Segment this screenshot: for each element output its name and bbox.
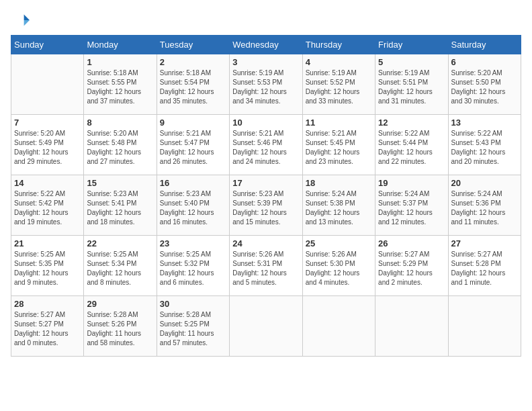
day-number: 5 (378, 57, 445, 67)
day-number: 15 (87, 178, 153, 188)
header-wednesday: Wednesday (230, 36, 302, 54)
calendar-header-row: SundayMondayTuesdayWednesdayThursdayFrid… (11, 36, 521, 54)
day-cell: 5Sunrise: 5:19 AMSunset: 5:51 PMDaylight… (375, 54, 448, 115)
header-saturday: Saturday (448, 36, 521, 54)
day-cell (375, 296, 448, 357)
day-info: Sunrise: 5:18 AMSunset: 5:54 PMDaylight:… (160, 68, 226, 106)
day-info: Sunrise: 5:27 AMSunset: 5:29 PMDaylight:… (378, 250, 445, 287)
day-number: 4 (306, 57, 372, 67)
day-number: 10 (232, 118, 299, 128)
day-number: 7 (14, 118, 81, 128)
day-number: 25 (306, 238, 372, 248)
day-info: Sunrise: 5:23 AMSunset: 5:41 PMDaylight:… (87, 189, 153, 227)
day-info: Sunrise: 5:26 AMSunset: 5:30 PMDaylight:… (306, 250, 372, 287)
day-info: Sunrise: 5:25 AMSunset: 5:35 PMDaylight:… (14, 250, 81, 287)
logo-icon (11, 11, 30, 30)
day-cell: 18Sunrise: 5:24 AMSunset: 5:38 PMDayligh… (302, 175, 375, 236)
day-cell: 21Sunrise: 5:25 AMSunset: 5:35 PMDayligh… (11, 236, 84, 296)
day-cell: 6Sunrise: 5:20 AMSunset: 5:50 PMDaylight… (448, 54, 521, 115)
day-cell: 7Sunrise: 5:20 AMSunset: 5:49 PMDaylight… (11, 115, 84, 175)
day-info: Sunrise: 5:20 AMSunset: 5:48 PMDaylight:… (87, 129, 153, 167)
day-number: 27 (451, 238, 518, 248)
day-number: 13 (451, 118, 518, 128)
day-cell: 25Sunrise: 5:26 AMSunset: 5:30 PMDayligh… (302, 236, 375, 296)
day-info: Sunrise: 5:20 AMSunset: 5:49 PMDaylight:… (14, 129, 81, 167)
day-number: 21 (14, 238, 81, 248)
page-header (11, 11, 521, 30)
week-row-3: 14Sunrise: 5:22 AMSunset: 5:42 PMDayligh… (11, 175, 521, 236)
day-info: Sunrise: 5:22 AMSunset: 5:43 PMDaylight:… (451, 129, 518, 167)
day-cell: 17Sunrise: 5:23 AMSunset: 5:39 PMDayligh… (230, 175, 302, 236)
day-info: Sunrise: 5:25 AMSunset: 5:34 PMDaylight:… (87, 250, 153, 287)
day-cell: 8Sunrise: 5:20 AMSunset: 5:48 PMDaylight… (84, 115, 157, 175)
day-cell: 28Sunrise: 5:27 AMSunset: 5:27 PMDayligh… (11, 296, 84, 357)
day-info: Sunrise: 5:28 AMSunset: 5:26 PMDaylight:… (87, 310, 153, 348)
day-info: Sunrise: 5:19 AMSunset: 5:53 PMDaylight:… (232, 68, 299, 106)
day-number: 3 (232, 57, 299, 67)
day-cell: 12Sunrise: 5:22 AMSunset: 5:44 PMDayligh… (375, 115, 448, 175)
day-cell: 20Sunrise: 5:24 AMSunset: 5:36 PMDayligh… (448, 175, 521, 236)
day-number: 8 (87, 118, 153, 128)
day-number: 17 (232, 178, 299, 188)
day-number: 14 (14, 178, 81, 188)
day-cell: 14Sunrise: 5:22 AMSunset: 5:42 PMDayligh… (11, 175, 84, 236)
day-number: 12 (378, 118, 445, 128)
day-cell: 27Sunrise: 5:27 AMSunset: 5:28 PMDayligh… (448, 236, 521, 296)
day-number: 22 (87, 238, 153, 248)
day-cell: 2Sunrise: 5:18 AMSunset: 5:54 PMDaylight… (157, 54, 229, 115)
header-sunday: Sunday (11, 36, 84, 54)
day-cell: 11Sunrise: 5:21 AMSunset: 5:45 PMDayligh… (302, 115, 375, 175)
day-number: 20 (451, 178, 518, 188)
day-number: 19 (378, 178, 445, 188)
day-cell: 26Sunrise: 5:27 AMSunset: 5:29 PMDayligh… (375, 236, 448, 296)
day-number: 18 (306, 178, 372, 188)
day-cell: 3Sunrise: 5:19 AMSunset: 5:53 PMDaylight… (230, 54, 302, 115)
day-cell: 10Sunrise: 5:21 AMSunset: 5:46 PMDayligh… (230, 115, 302, 175)
day-info: Sunrise: 5:25 AMSunset: 5:32 PMDaylight:… (160, 250, 226, 287)
day-number: 26 (378, 238, 445, 248)
header-tuesday: Tuesday (157, 36, 229, 54)
day-cell: 22Sunrise: 5:25 AMSunset: 5:34 PMDayligh… (84, 236, 157, 296)
day-cell: 9Sunrise: 5:21 AMSunset: 5:47 PMDaylight… (157, 115, 229, 175)
day-info: Sunrise: 5:21 AMSunset: 5:46 PMDaylight:… (232, 129, 299, 167)
svg-marker-0 (24, 15, 30, 20)
day-info: Sunrise: 5:26 AMSunset: 5:31 PMDaylight:… (232, 250, 299, 287)
day-info: Sunrise: 5:24 AMSunset: 5:38 PMDaylight:… (306, 189, 372, 227)
day-number: 6 (451, 57, 518, 67)
day-cell: 1Sunrise: 5:18 AMSunset: 5:55 PMDaylight… (84, 54, 157, 115)
day-info: Sunrise: 5:21 AMSunset: 5:47 PMDaylight:… (160, 129, 226, 167)
day-cell (11, 54, 84, 115)
week-row-2: 7Sunrise: 5:20 AMSunset: 5:49 PMDaylight… (11, 115, 521, 175)
day-cell: 15Sunrise: 5:23 AMSunset: 5:41 PMDayligh… (84, 175, 157, 236)
calendar-table: SundayMondayTuesdayWednesdayThursdayFrid… (11, 35, 521, 357)
day-number: 23 (160, 238, 226, 248)
day-info: Sunrise: 5:22 AMSunset: 5:44 PMDaylight:… (378, 129, 445, 167)
day-cell (448, 296, 521, 357)
day-cell: 16Sunrise: 5:23 AMSunset: 5:40 PMDayligh… (157, 175, 229, 236)
day-info: Sunrise: 5:23 AMSunset: 5:39 PMDaylight:… (232, 189, 299, 227)
day-number: 29 (87, 299, 153, 309)
day-info: Sunrise: 5:24 AMSunset: 5:37 PMDaylight:… (378, 189, 445, 227)
day-info: Sunrise: 5:18 AMSunset: 5:55 PMDaylight:… (87, 68, 153, 106)
day-info: Sunrise: 5:23 AMSunset: 5:40 PMDaylight:… (160, 189, 226, 227)
day-info: Sunrise: 5:19 AMSunset: 5:52 PMDaylight:… (306, 68, 372, 106)
svg-marker-1 (24, 20, 30, 26)
day-info: Sunrise: 5:20 AMSunset: 5:50 PMDaylight:… (451, 68, 518, 106)
day-number: 30 (160, 299, 226, 309)
logo (11, 11, 32, 30)
day-cell: 29Sunrise: 5:28 AMSunset: 5:26 PMDayligh… (84, 296, 157, 357)
week-row-1: 1Sunrise: 5:18 AMSunset: 5:55 PMDaylight… (11, 54, 521, 115)
day-number: 11 (306, 118, 372, 128)
day-cell (302, 296, 375, 357)
day-cell: 4Sunrise: 5:19 AMSunset: 5:52 PMDaylight… (302, 54, 375, 115)
header-monday: Monday (84, 36, 157, 54)
day-number: 24 (232, 238, 299, 248)
day-info: Sunrise: 5:19 AMSunset: 5:51 PMDaylight:… (378, 68, 445, 106)
day-info: Sunrise: 5:21 AMSunset: 5:45 PMDaylight:… (306, 129, 372, 167)
day-info: Sunrise: 5:24 AMSunset: 5:36 PMDaylight:… (451, 189, 518, 227)
day-info: Sunrise: 5:28 AMSunset: 5:25 PMDaylight:… (160, 310, 226, 348)
day-number: 28 (14, 299, 81, 309)
day-info: Sunrise: 5:22 AMSunset: 5:42 PMDaylight:… (14, 189, 81, 227)
day-cell: 23Sunrise: 5:25 AMSunset: 5:32 PMDayligh… (157, 236, 229, 296)
day-cell: 24Sunrise: 5:26 AMSunset: 5:31 PMDayligh… (230, 236, 302, 296)
